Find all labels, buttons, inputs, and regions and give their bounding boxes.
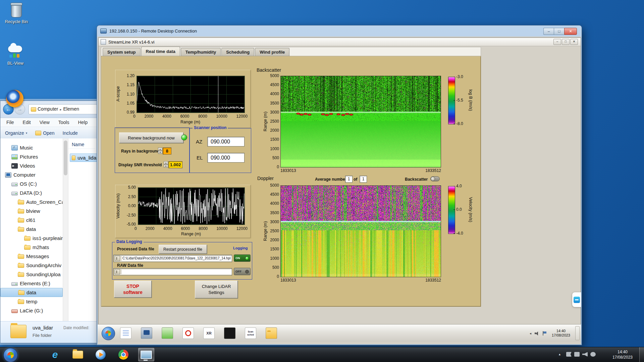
snr-spinner[interactable]: ▲ ▼ <box>164 161 168 168</box>
el-field[interactable]: 090.000 <box>207 153 245 163</box>
column-header-name[interactable]: Name <box>68 140 95 149</box>
taskbar-remote-desktop-button[interactable] <box>138 348 154 361</box>
display-icon[interactable] <box>574 352 580 357</box>
tree-item-cl61[interactable]: cl61 <box>0 216 63 225</box>
tree-item-soundinguploa[interactable]: SoundingUploa <box>0 270 63 279</box>
taskbar-internet-explorer-button[interactable]: e <box>47 348 63 361</box>
network-icon[interactable] <box>590 352 596 357</box>
menu-file[interactable]: File <box>6 120 14 125</box>
tab-system-setup[interactable]: System setup <box>103 48 141 56</box>
tree-item-soundingarchiv[interactable]: SoundingArchiv <box>0 261 63 270</box>
raw-path-field[interactable] <box>113 268 232 276</box>
show-desktop-button[interactable] <box>575 326 580 340</box>
path-browse-icon[interactable] <box>115 256 120 261</box>
remote-taskbar-green-app-icon[interactable] <box>162 327 173 339</box>
remote-start-button[interactable] <box>102 327 115 340</box>
organize-button[interactable]: Organize▾ <box>5 130 27 136</box>
renew-background-button[interactable]: Renew background now <box>119 132 183 143</box>
restore-button[interactable]: □ <box>562 39 570 45</box>
tab-scheduling[interactable]: Scheduling <box>221 48 254 56</box>
breadcrumb-root[interactable]: Computer <box>38 106 58 112</box>
raw-logging-toggle[interactable]: OFF <box>234 268 251 275</box>
scrollbar-thumb[interactable] <box>64 140 67 175</box>
remote-taskbar-remote-viewer-icon[interactable] <box>141 327 152 339</box>
volume-icon[interactable] <box>534 331 539 336</box>
remote-taskbar-console-icon[interactable] <box>224 327 235 339</box>
processed-path-field[interactable]: C:\Lidar\Data\Proc\2023\202308\20230817\… <box>113 255 232 262</box>
tray-expand-icon[interactable]: ▴ <box>559 352 560 356</box>
include-button[interactable]: Include <box>63 130 78 136</box>
host-clock[interactable]: 14:40 17/08/2023 <box>612 349 633 360</box>
tree-item-computer[interactable]: Computer <box>0 170 63 179</box>
desktop-icon-bl-view[interactable]: BL-View <box>0 43 31 66</box>
remote-taskbar-folder-icon[interactable] <box>266 327 277 339</box>
menu-view[interactable]: View <box>40 120 50 125</box>
address-bar[interactable]: Computer▸Elemen <box>29 104 98 114</box>
spinner-up-icon[interactable]: ▲ <box>164 161 168 165</box>
remote-taskbar-xr-app-icon[interactable]: XR <box>203 327 215 339</box>
breadcrumb-child[interactable]: Elemen <box>63 106 79 112</box>
minimize-button[interactable]: – <box>553 39 561 45</box>
tree-item-m2hats[interactable]: m2hats <box>0 243 63 252</box>
tree-scrollbar[interactable] <box>63 138 68 321</box>
spinner-down-icon[interactable]: ▼ <box>158 151 162 154</box>
close-button[interactable]: ✕ <box>570 39 578 45</box>
rays-field[interactable]: 8 <box>163 147 171 155</box>
tree-item-auto-screen-ca[interactable]: Auto_Screen_Ca <box>0 197 63 206</box>
az-field[interactable]: 090.000 <box>207 137 245 146</box>
menu-tools[interactable]: Tools <box>58 120 69 125</box>
tree-item-lacie-g-[interactable]: LaCie (G:) <box>0 306 63 315</box>
remote-taskbar-scan-scheduler-icon[interactable]: Scan sched <box>245 327 256 339</box>
restart-processed-button[interactable]: Restart processed file <box>159 245 207 254</box>
rays-spinner[interactable]: ▲ ▼ <box>158 147 162 154</box>
average-number-field[interactable]: 1 <box>345 176 353 183</box>
browser-logo-icon[interactable] <box>6 90 23 107</box>
open-button[interactable]: Open <box>35 130 54 136</box>
maximize-button[interactable]: □ <box>554 28 564 35</box>
tree-item-temp[interactable]: temp <box>0 297 63 306</box>
minimize-button[interactable]: – <box>543 28 554 35</box>
tree-item-iss1-purpleair-[interactable]: iss1-purpleair- <box>0 234 63 243</box>
tab-wind-profile[interactable]: Wind profile <box>255 48 289 56</box>
rdp-titlebar[interactable]: 192.168.0.150 - Remote Desktop Connectio… <box>97 25 582 37</box>
tree-item-messages[interactable]: Messages <box>0 252 63 261</box>
tree-item-pictures[interactable]: Pictures <box>0 152 63 161</box>
taskbar-media-player-button[interactable] <box>93 348 109 361</box>
tree-item-data[interactable]: data <box>0 225 63 234</box>
processed-logging-toggle[interactable]: ON <box>234 254 251 262</box>
menu-edit[interactable]: Edit <box>23 120 31 125</box>
tree-item-blview[interactable]: blview <box>0 206 63 216</box>
labview-titlebar[interactable]: StreamLine XR v14-6.vi – □ ✕ <box>99 38 581 46</box>
snr-field[interactable]: 1.002 <box>168 161 182 168</box>
show-desktop-button[interactable] <box>639 347 644 362</box>
tree-item-data[interactable]: data <box>0 288 63 297</box>
taskbar-chrome-button[interactable] <box>115 348 131 361</box>
action-center-icon[interactable] <box>542 331 547 336</box>
remote-clock[interactable]: 14:40 17/08/2023 <box>550 329 572 338</box>
teamviewer-tab[interactable] <box>572 292 581 307</box>
tab-real-time-data[interactable]: Real time data <box>141 47 180 56</box>
tab-temp-humidity[interactable]: Temp/humidity <box>181 48 221 56</box>
stop-software-button[interactable]: STOP software <box>114 281 152 298</box>
backscatter-toggle[interactable] <box>430 176 440 181</box>
change-lidar-settings-button[interactable]: Change LiDAR Settings <box>195 281 238 298</box>
spinner-down-icon[interactable]: ▼ <box>164 165 168 168</box>
average-of-field[interactable]: 1 <box>360 176 367 183</box>
tree-item-data-d-[interactable]: DATA (D:) <box>0 188 63 197</box>
tree-item-elements-e-[interactable]: Elements (E:) <box>0 279 63 288</box>
remote-taskbar-power-icon[interactable] <box>182 327 194 339</box>
tree-item-videos[interactable]: Videos <box>0 161 63 170</box>
taskbar-windows-explorer-button[interactable] <box>70 348 86 361</box>
tree-item-os-c-[interactable]: OS (C:) <box>0 179 63 188</box>
desktop-icon-recycle-bin[interactable]: Recycle Bin <box>1 2 32 24</box>
remote-taskbar-notepad-icon[interactable] <box>120 327 131 339</box>
spinner-up-icon[interactable]: ▲ <box>158 147 162 151</box>
close-button[interactable]: ✕ <box>564 28 577 35</box>
start-button[interactable] <box>3 348 18 362</box>
tree-item-music[interactable]: Music <box>0 143 63 152</box>
action-center-icon[interactable] <box>566 352 572 357</box>
menu-help[interactable]: Help <box>78 120 88 125</box>
tray-collapse-icon[interactable]: ◂ <box>530 331 531 335</box>
file-item[interactable]: uva_lidar <box>70 154 98 162</box>
volume-icon[interactable] <box>582 352 588 357</box>
